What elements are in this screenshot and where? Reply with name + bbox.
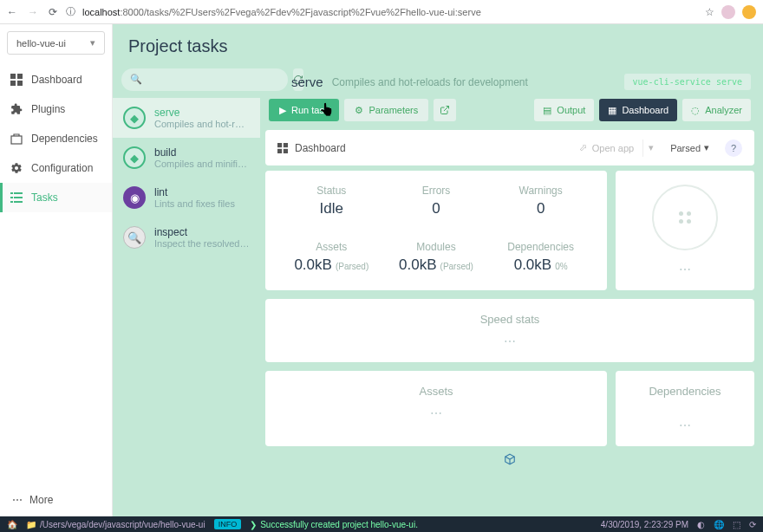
donut-chart	[652, 185, 718, 250]
svg-rect-8	[14, 197, 23, 198]
status-time: 4/30/2019, 2:23:29 PM	[601, 520, 688, 529]
more-label: More	[29, 494, 53, 506]
svg-rect-12	[284, 143, 288, 147]
task-name: lint	[154, 186, 235, 198]
sidebar-item-tasks[interactable]: Tasks	[0, 183, 112, 212]
open-external-button[interactable]	[434, 99, 456, 121]
task-desc: Compiles and minifies for p...	[154, 159, 250, 169]
dashboard-icon	[277, 143, 288, 153]
svg-rect-0	[10, 74, 16, 79]
task-command: vue-cli-service serve	[624, 74, 751, 90]
plugin-icon	[10, 103, 23, 115]
run-task-button[interactable]: ▶ Run task 👆	[269, 99, 339, 121]
chevron-down-icon: ▾	[90, 37, 95, 49]
gear-icon	[10, 162, 23, 174]
svg-rect-13	[277, 148, 282, 152]
sidebar-item-plugins[interactable]: Plugins	[0, 94, 112, 124]
stat-dependencies: Dependencies 0.0kB0%	[488, 241, 593, 276]
home-icon[interactable]: 🏠	[7, 520, 17, 529]
parameters-label: Parameters	[368, 105, 418, 115]
stat-modules: Modules 0.0kB(Parsed)	[384, 241, 489, 276]
task-search-input[interactable]	[121, 68, 288, 91]
reload-button[interactable]: ⟳	[49, 6, 57, 18]
task-icon: ◆	[123, 107, 146, 129]
dependencies-icon	[10, 133, 23, 145]
sidebar-item-label: Dashboard	[31, 74, 82, 86]
svg-rect-7	[10, 197, 13, 198]
terminal-icon: ▤	[543, 105, 551, 116]
page-title: Project tasks	[113, 24, 763, 68]
svg-rect-4	[11, 136, 22, 144]
task-desc: Inspect the resolved webpa...	[154, 238, 250, 249]
stat-errors: Errors 0	[384, 185, 489, 220]
dependencies-card: Dependencies ⋯	[616, 371, 754, 446]
task-detail-subtitle: Compiles and hot-reloads for development	[332, 76, 528, 88]
status-path[interactable]: 📁 /Users/vega/dev/javascript/vue/hello-v…	[26, 520, 205, 529]
task-item-serve[interactable]: ◆ serve Compiles and hot-reloads f...	[113, 98, 260, 138]
ellipsis-icon: ⋯	[679, 418, 692, 432]
bottom-indicator	[265, 446, 754, 472]
task-item-build[interactable]: ◆ build Compiles and minifies for p...	[113, 138, 260, 178]
open-app-button[interactable]: ⬀ Open app ▾	[579, 139, 655, 157]
theme-icon[interactable]: ◐	[697, 520, 705, 529]
task-item-lint[interactable]: ◉ lint Lints and fixes files	[113, 178, 260, 217]
task-header: serve Compiles and hot-reloads for devel…	[265, 68, 754, 95]
translate-icon[interactable]: 🌐	[714, 520, 724, 529]
svg-rect-1	[17, 74, 23, 79]
project-name: hello-vue-ui	[16, 38, 66, 49]
back-button[interactable]: ←	[7, 6, 17, 18]
parsed-selector[interactable]: Parsed ▾	[663, 139, 716, 157]
svg-rect-9	[10, 201, 13, 203]
extension-icon[interactable]	[742, 5, 756, 19]
stats-card: Status Idle Errors 0 Warnings 0 Assets	[265, 171, 607, 290]
search-icon: 🔍	[130, 74, 142, 85]
gear-icon: ⚙	[355, 105, 363, 116]
refresh-icon[interactable]: ⟳	[749, 520, 756, 529]
dashboard-tab[interactable]: ▦ Dashboard	[599, 99, 677, 121]
sidebar-item-label: Configuration	[31, 162, 93, 174]
sidebar-item-dashboard[interactable]: Dashboard	[0, 65, 112, 94]
tasks-icon	[10, 191, 23, 204]
dashboard-subheader: Dashboard ⬀ Open app ▾ Parsed ▾ ?	[265, 130, 754, 165]
cursor-icon: 👆	[319, 102, 334, 116]
parameters-button[interactable]: ⚙ Parameters	[344, 99, 428, 121]
bug-icon[interactable]: ⬚	[733, 520, 740, 529]
task-name: serve	[154, 107, 250, 119]
stat-assets: Assets 0.0kB(Parsed)	[279, 241, 384, 276]
task-detail-panel: serve Compiles and hot-reloads for devel…	[260, 68, 763, 516]
analyzer-tab[interactable]: ◌ Analyzer	[682, 99, 751, 121]
svg-rect-2	[10, 81, 16, 86]
sidebar-item-label: Tasks	[31, 191, 58, 204]
address-bar[interactable]: ⓘ localhost:8000/tasks/%2FUsers%2Fvega%2…	[66, 5, 696, 18]
output-tab[interactable]: ▤ Output	[534, 99, 594, 121]
task-icon: ◆	[123, 146, 146, 169]
cube-icon	[504, 453, 516, 465]
analyzer-icon: ◌	[691, 105, 700, 116]
task-list-panel: 🔍 ◆ serve Compiles and hot-reloads f...	[113, 68, 260, 516]
profile-avatar[interactable]	[721, 5, 735, 19]
sidebar: hello-vue-ui ▾ Dashboard Plugins Depende…	[0, 24, 113, 516]
more-icon: ⋯	[12, 494, 23, 506]
chevron-down-icon[interactable]: ▾	[642, 139, 655, 157]
dashboard-icon: ▦	[608, 105, 616, 116]
donut-card: ⋯	[616, 171, 754, 290]
dashboard-icon	[10, 74, 23, 86]
speed-stats-card: Speed stats ⋯	[265, 299, 754, 362]
task-name: build	[154, 146, 250, 159]
task-desc: Compiles and hot-reloads f...	[154, 119, 250, 129]
help-button[interactable]: ?	[725, 139, 742, 157]
more-menu[interactable]: ⋯ More	[0, 483, 112, 516]
play-icon: ▶	[279, 105, 286, 116]
forward-button[interactable]: →	[28, 6, 38, 18]
status-message: ❯ Successfully created project hello-vue…	[250, 520, 418, 529]
status-badge: INFO	[214, 519, 242, 529]
site-info-icon[interactable]: ⓘ	[66, 5, 75, 18]
launch-icon: ⬀	[579, 142, 587, 153]
sidebar-item-dependencies[interactable]: Dependencies	[0, 124, 112, 153]
svg-rect-14	[284, 148, 288, 152]
task-item-inspect[interactable]: 🔍 inspect Inspect the resolved webpa...	[113, 217, 260, 257]
sidebar-item-configuration[interactable]: Configuration	[0, 153, 112, 183]
chevron-down-icon: ▾	[704, 142, 709, 153]
project-selector[interactable]: hello-vue-ui ▾	[7, 31, 105, 55]
bookmark-icon[interactable]: ☆	[705, 6, 714, 18]
